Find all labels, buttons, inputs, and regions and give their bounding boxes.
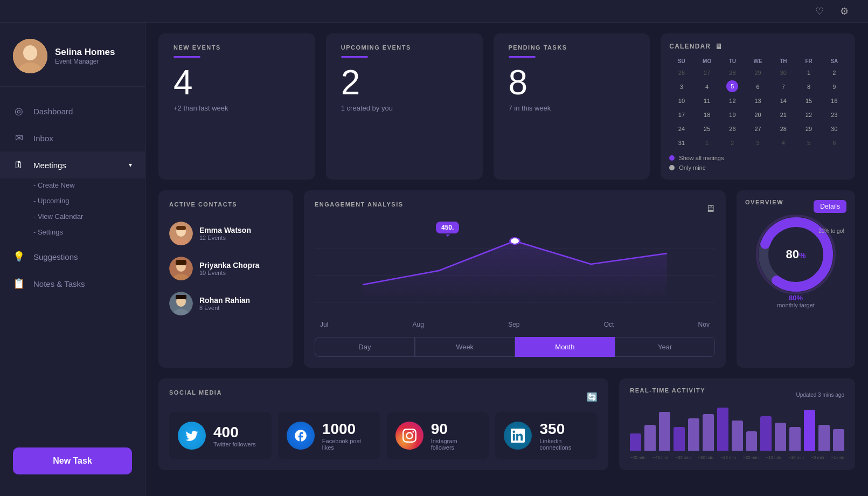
cal-day[interactable]: 16 (822, 94, 846, 107)
sidebar-item-inbox[interactable]: ✉ Inbox (0, 125, 145, 151)
bar-label: ~5 min (811, 455, 824, 460)
svg-marker-18 (363, 241, 667, 302)
legend-all-label: Show all metings (679, 155, 724, 161)
bar-item (746, 431, 758, 451)
cal-day[interactable]: 28 (720, 66, 745, 79)
cal-day[interactable]: 2 (720, 136, 745, 149)
social-item-facebook: 1000 Facebook post likes (278, 412, 380, 459)
cal-day[interactable]: 26 (720, 122, 745, 135)
tab-year[interactable]: Year (615, 337, 715, 357)
sidebar-item-suggestions[interactable]: 💡 Suggestions (0, 243, 145, 270)
cal-header-mo: MO (695, 57, 719, 65)
cal-day[interactable]: 28 (771, 122, 795, 135)
submenu-settings[interactable]: - Settings (33, 225, 145, 239)
cal-day[interactable]: 9 (822, 80, 846, 93)
top-bar: ♡ ⚙ (0, 0, 868, 23)
meetings-label: Meetings (33, 161, 66, 170)
legend-only-mine: Only mine (669, 164, 846, 171)
submenu-upcoming[interactable]: - Upcoming (33, 194, 145, 208)
bar-item (703, 414, 714, 451)
cal-day[interactable]: 3 (669, 80, 693, 93)
legend-mine-label: Only mine (679, 164, 706, 171)
cal-day[interactable]: 27 (746, 122, 770, 135)
cal-day[interactable]: 6 (822, 136, 846, 149)
cal-day[interactable]: 21 (771, 108, 795, 121)
contact-name-rohan: Rohan Rahian (199, 296, 250, 305)
cal-day[interactable]: 29 (797, 122, 821, 135)
cal-day[interactable]: 17 (669, 108, 693, 121)
cal-day[interactable]: 6 (746, 80, 770, 93)
cal-day[interactable]: 1 (695, 136, 719, 149)
submenu-view-calendar[interactable]: - View Calendar (33, 210, 145, 223)
dashboard-label: Dashboard (33, 107, 73, 116)
sidebar-item-notes[interactable]: 📋 Notes & Tasks (0, 270, 145, 297)
pending-tasks-sub: 7 in this week (509, 104, 635, 112)
bar-label: ~10 min (788, 455, 804, 460)
instagram-label: Instagram followers (431, 438, 481, 451)
cal-day[interactable]: 3 (746, 136, 770, 149)
bar-label: ~25 min (720, 455, 736, 460)
new-events-card: NEW EVENTS 4 +2 than last week (158, 33, 315, 180)
contact-item-emma[interactable]: Emma Watson 12 Events (169, 216, 282, 251)
cal-day[interactable]: 26 (669, 66, 693, 79)
facebook-icon (287, 422, 315, 450)
heart-icon[interactable]: ♡ (812, 4, 827, 19)
bar-label: ~30 min (698, 455, 713, 460)
cal-day[interactable]: 29 (746, 66, 770, 79)
cal-day[interactable]: 30 (822, 122, 846, 135)
cal-day[interactable]: 10 (669, 94, 693, 107)
cal-day[interactable]: 20 (746, 108, 770, 121)
cal-day-today[interactable]: 5 (726, 80, 738, 92)
cal-day[interactable]: 8 (797, 80, 821, 93)
cal-day[interactable]: 4 (695, 80, 719, 93)
donut-symbol: % (799, 251, 805, 260)
tab-day[interactable]: Day (315, 337, 415, 357)
inbox-icon: ✉ (13, 132, 25, 144)
new-task-button[interactable]: New Task (13, 447, 132, 474)
bar-item (818, 425, 830, 451)
active-contacts-card: ACTIVE CONTACTS Emma Watson 12 Events (158, 190, 293, 368)
contact-item-priyanka[interactable]: Priyanka Chopra 10 Events (169, 251, 282, 286)
cal-day[interactable]: 27 (695, 66, 719, 79)
cal-day[interactable]: 15 (797, 94, 821, 107)
chart-label-aug: Aug (413, 321, 424, 328)
submenu-create-new[interactable]: - Create New (33, 178, 145, 192)
tab-week[interactable]: Week (415, 337, 515, 357)
sidebar-item-dashboard[interactable]: ◎ Dashboard (0, 98, 145, 125)
cal-day[interactable]: 2 (822, 66, 846, 79)
refresh-icon[interactable]: 🔄 (587, 392, 598, 402)
cal-day[interactable]: 13 (746, 94, 770, 107)
bar-item (673, 427, 685, 451)
linkedin-icon (504, 422, 532, 450)
monitor-icon-engagement: 🖥 (705, 203, 715, 215)
cal-day[interactable]: 7 (771, 80, 795, 93)
cal-day[interactable]: 24 (669, 122, 693, 135)
cal-day[interactable]: 23 (822, 108, 846, 121)
bar-item (732, 421, 743, 451)
cal-day[interactable]: 11 (695, 94, 719, 107)
contact-item-rohan[interactable]: Rohan Rahian 8 Event (169, 286, 282, 321)
sidebar-item-meetings[interactable]: 🗓 Meetings ▾ (0, 151, 145, 178)
cal-day[interactable]: 22 (797, 108, 821, 121)
cal-day[interactable]: 5 (797, 136, 821, 149)
cal-header-th: TH (771, 57, 795, 65)
engagement-chart (315, 222, 715, 319)
cal-day[interactable]: 30 (771, 66, 795, 79)
cal-day[interactable]: 12 (720, 94, 745, 107)
cal-day[interactable]: 25 (695, 122, 719, 135)
settings-icon[interactable]: ⚙ (837, 4, 852, 19)
cal-day[interactable]: 1 (797, 66, 821, 79)
linkedin-label: Linkedin connections (539, 438, 589, 451)
cal-day[interactable]: 18 (695, 108, 719, 121)
calendar-title: CALENDAR 🖥 (669, 42, 846, 51)
twitter-icon (178, 422, 206, 450)
cal-day[interactable]: 31 (669, 136, 693, 149)
overview-card: OVERVIEW Details 80% 20% to (737, 190, 855, 368)
cal-day[interactable]: 14 (771, 94, 795, 107)
bottom-row: SOCIAL MEDIA 🔄 400 Twitter followers (158, 378, 855, 470)
cal-day[interactable]: 19 (720, 108, 745, 121)
legend-all-meetings: Show all metings (669, 155, 846, 161)
bar-item (789, 427, 801, 451)
cal-day[interactable]: 4 (771, 136, 795, 149)
tab-month[interactable]: Month (515, 337, 615, 357)
